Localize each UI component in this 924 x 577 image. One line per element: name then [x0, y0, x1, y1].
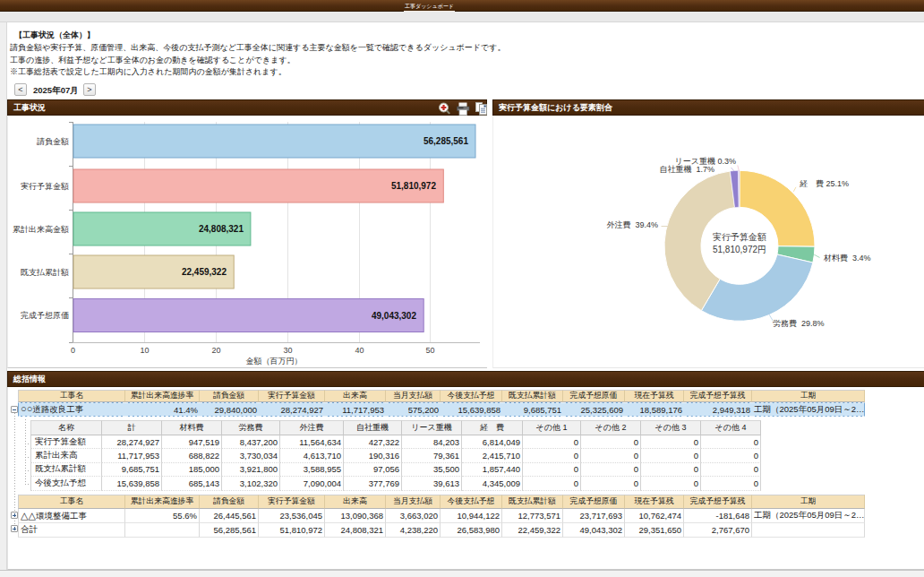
svg-text:自社重機 1.7%: 自社重機 1.7% — [659, 165, 714, 174]
svg-text:56,285,561: 56,285,561 — [424, 136, 468, 146]
svg-text:0: 0 — [71, 346, 75, 355]
svg-text:51,810,972円: 51,810,972円 — [713, 245, 766, 254]
svg-text:既支払累計額: 既支払累計額 — [21, 268, 69, 277]
svg-text:実行予算金額: 実行予算金額 — [21, 182, 69, 191]
svg-text:請負金額: 請負金額 — [37, 137, 69, 146]
svg-text:10: 10 — [140, 346, 149, 355]
svg-text:49,043,302: 49,043,302 — [372, 311, 416, 321]
svg-text:22,459,322: 22,459,322 — [182, 267, 227, 277]
svg-text:材料費 3.4%: 材料費 3.4% — [823, 254, 871, 263]
svg-text:30: 30 — [283, 346, 292, 355]
svg-text:24,808,321: 24,808,321 — [199, 224, 244, 234]
svg-text:50: 50 — [425, 346, 434, 355]
svg-text:実行予算金額: 実行予算金額 — [713, 232, 766, 242]
svg-text:外注費 39.4%: 外注費 39.4% — [606, 220, 658, 229]
svg-text:20: 20 — [211, 346, 220, 355]
svg-text:金額（百万円）: 金額（百万円） — [246, 357, 303, 366]
svg-text:労務費 29.8%: 労務費 29.8% — [773, 319, 825, 328]
svg-text:51,810,972: 51,810,972 — [391, 181, 436, 191]
svg-text:40: 40 — [355, 346, 364, 355]
svg-text:経 費 25.1%: 経 費 25.1% — [800, 179, 849, 188]
svg-text:累計出来高金額: 累計出来高金額 — [13, 225, 69, 234]
svg-text:完成予想原価: 完成予想原価 — [21, 311, 69, 320]
